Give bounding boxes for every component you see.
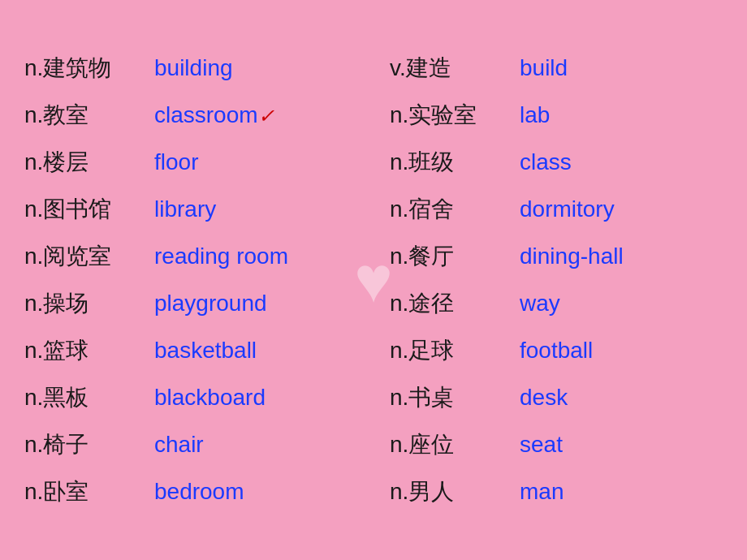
list-item: n.宿舍 dormitory <box>390 186 723 233</box>
list-item: n.途径 way <box>390 280 723 327</box>
list-item: v.建造 build <box>390 45 723 92</box>
english-word: basketball <box>154 338 357 364</box>
chinese-word: n.建筑物 <box>24 53 154 84</box>
english-word: floor <box>154 149 357 175</box>
english-word: football <box>520 338 723 364</box>
list-item: n.实验室 lab <box>390 92 723 139</box>
chinese-word: n.班级 <box>390 147 520 178</box>
english-word: chair <box>154 432 357 458</box>
list-item: n.座位 seat <box>390 421 723 468</box>
list-item: n.男人 man <box>390 468 723 515</box>
chinese-word: n.男人 <box>390 476 520 507</box>
english-word: dining-hall <box>520 243 723 269</box>
chinese-word: n.途径 <box>390 288 520 319</box>
english-word: reading room <box>154 243 357 269</box>
chinese-word: n.图书馆 <box>24 194 154 225</box>
english-word: class <box>520 149 723 175</box>
english-word: desk <box>520 385 723 411</box>
left-column: n.建筑物 building n.教室 classroom✓ n.楼层 floo… <box>24 45 374 515</box>
english-word: blackboard <box>154 385 357 411</box>
list-item: n.餐厅 dining-hall <box>390 233 723 280</box>
english-word: building <box>154 55 357 81</box>
english-word: man <box>520 479 723 505</box>
main-container: ♥ n.建筑物 building n.教室 classroom✓ <box>0 0 747 560</box>
chinese-word: n.操场 <box>24 288 154 319</box>
list-item: n.教室 classroom✓ <box>24 92 357 139</box>
list-item: n.篮球 basketball <box>24 327 357 374</box>
chinese-word: n.阅览室 <box>24 241 154 272</box>
list-item: n.椅子 chair <box>24 421 357 468</box>
list-item: n.阅览室 reading room <box>24 233 357 280</box>
chinese-word: n.卧室 <box>24 476 154 507</box>
chinese-word: n.篮球 <box>24 335 154 366</box>
chinese-word: n.座位 <box>390 429 520 460</box>
chinese-word: v.建造 <box>390 53 520 84</box>
list-item: n.足球 football <box>390 327 723 374</box>
list-item: n.黑板 blackboard <box>24 374 357 421</box>
chinese-word: n.书桌 <box>390 382 520 413</box>
chinese-word: n.椅子 <box>24 429 154 460</box>
chinese-word: n.宿舍 <box>390 194 520 225</box>
chinese-word: n.餐厅 <box>390 241 520 272</box>
chinese-word: n.黑板 <box>24 382 154 413</box>
chinese-word: n.楼层 <box>24 147 154 178</box>
list-item: n.操场 playground <box>24 280 357 327</box>
english-word: bedroom <box>154 479 357 505</box>
english-word: dormitory <box>520 196 723 222</box>
english-word: classroom✓ <box>154 102 357 128</box>
list-item: n.卧室 bedroom <box>24 468 357 515</box>
english-word: build <box>520 55 723 81</box>
english-word: playground <box>154 291 357 317</box>
english-word: library <box>154 196 357 222</box>
list-item: n.班级 class <box>390 139 723 186</box>
chinese-word: n.实验室 <box>390 100 520 131</box>
english-word: seat <box>520 432 723 458</box>
chinese-word: n.教室 <box>24 100 154 131</box>
vocab-grid: n.建筑物 building n.教室 classroom✓ n.楼层 floo… <box>24 45 723 515</box>
english-word: lab <box>520 102 723 128</box>
list-item: n.图书馆 library <box>24 186 357 233</box>
chinese-word: n.足球 <box>390 335 520 366</box>
list-item: n.建筑物 building <box>24 45 357 92</box>
right-column: v.建造 build n.实验室 lab n.班级 class <box>374 45 723 515</box>
list-item: n.书桌 desk <box>390 374 723 421</box>
list-item: n.楼层 floor <box>24 139 357 186</box>
english-word: way <box>520 291 723 317</box>
